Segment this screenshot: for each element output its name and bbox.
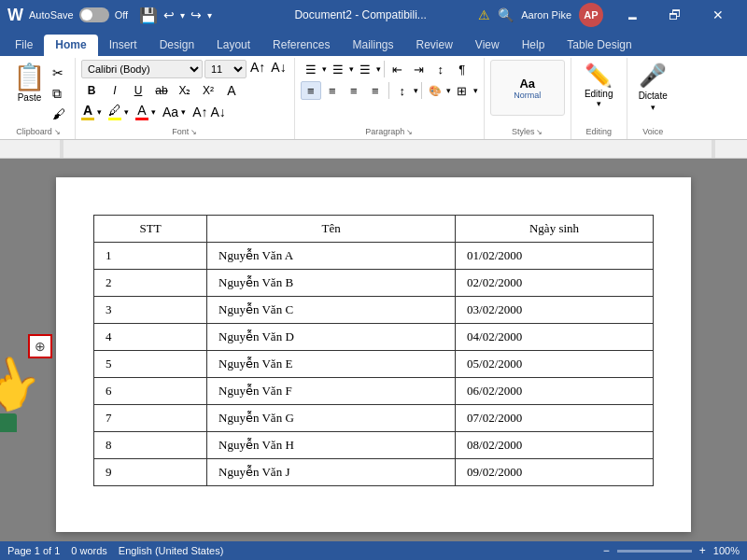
user-avatar[interactable]: AP	[579, 3, 603, 27]
minimize-button[interactable]: 🗕	[611, 0, 654, 30]
ribbon: 📋 Paste ✂ ⧉ 🖌 Clipboard ↘ Calibri (Body)	[0, 56, 747, 140]
customize-icon[interactable]: ▾	[207, 10, 212, 21]
zoom-slider[interactable]	[617, 550, 692, 553]
close-button[interactable]: ✕	[697, 0, 740, 30]
search-icon[interactable]: 🔍	[498, 7, 514, 22]
editing-label: Editing	[585, 89, 613, 99]
font-expand-icon[interactable]: ↘	[190, 128, 197, 136]
show-marks-button[interactable]: ¶	[452, 60, 472, 78]
tab-view[interactable]: View	[464, 35, 511, 56]
multilevel-button[interactable]: ☰	[355, 60, 375, 78]
tab-mailings[interactable]: Mailings	[341, 35, 404, 56]
borders-button[interactable]: ⊞	[452, 81, 472, 100]
tab-references[interactable]: References	[261, 35, 341, 56]
zoom-out-icon[interactable]: −	[603, 544, 610, 557]
paragraph-label: Paragraph ↘	[301, 127, 478, 139]
autosave-toggle[interactable]	[79, 7, 109, 22]
tab-help[interactable]: Help	[511, 35, 557, 56]
styles-gallery[interactable]: Aa Normal	[490, 60, 565, 116]
shading-button[interactable]: 🎨	[425, 81, 445, 100]
bold-button[interactable]: B	[81, 81, 102, 100]
editing-dropdown[interactable]: ▾	[597, 99, 601, 108]
undo-icon[interactable]: ↩	[163, 7, 175, 22]
font-color-dropdown[interactable]: ▾	[97, 107, 102, 117]
decrease-indent-button[interactable]: ⇤	[388, 60, 408, 78]
para-separator1	[384, 61, 385, 77]
page: STT Tên Ngày sinh 1 Nguyễn Văn A 01/02/2…	[56, 177, 691, 532]
line-spacing-button[interactable]: ↕	[392, 81, 413, 100]
multilevel-dropdown[interactable]: ▾	[376, 64, 381, 74]
numbering-button[interactable]: ☰	[328, 60, 348, 78]
ribbon-tabs: File Home Insert Design Layout Reference…	[0, 30, 747, 56]
tab-review[interactable]: Review	[404, 35, 463, 56]
increase-font2-button[interactable]: A↑	[192, 105, 207, 119]
font-name-select[interactable]: Calibri (Body)	[81, 60, 203, 78]
save-icon[interactable]: 💾	[139, 7, 158, 24]
bullets-dropdown[interactable]: ▾	[322, 64, 327, 74]
align-right-button[interactable]: ≡	[344, 81, 364, 100]
sort-button[interactable]: ↕	[430, 60, 451, 78]
font-color2-button[interactable]: A	[135, 103, 148, 120]
ribbon-group-clipboard: 📋 Paste ✂ ⧉ 🖌 Clipboard ↘	[4, 58, 76, 139]
font-size-select[interactable]: 11	[204, 60, 247, 78]
strikethrough-button[interactable]: ab	[151, 81, 172, 100]
paragraph-expand-icon[interactable]: ↘	[406, 128, 413, 136]
hand-icon-container: 👆	[0, 359, 42, 425]
editing-button[interactable]: ✏️ Editing ▾	[580, 60, 618, 111]
increase-font-button[interactable]: A↑	[248, 60, 267, 78]
table-row: 8 Nguyễn Văn H 08/02/2000	[94, 432, 654, 459]
shading-dropdown[interactable]: ▾	[446, 86, 451, 95]
text-case-button[interactable]: Aa	[162, 105, 178, 119]
table-header-row: STT Tên Ngày sinh	[94, 216, 654, 243]
tab-layout[interactable]: Layout	[205, 35, 261, 56]
styles-expand-icon[interactable]: ↘	[536, 128, 543, 136]
restore-button[interactable]: 🗗	[654, 0, 697, 30]
dictate-dropdown[interactable]: ▾	[651, 103, 655, 112]
clipboard-expand-icon[interactable]: ↘	[54, 128, 61, 136]
dictate-button[interactable]: 🎤 Dictate ▾	[634, 60, 672, 115]
page-count: Page 1 of 1	[7, 545, 60, 556]
align-left-button[interactable]: ≡	[301, 81, 321, 100]
cell-stt: 6	[94, 378, 207, 405]
increase-indent-button[interactable]: ⇥	[409, 60, 430, 78]
subscript-button[interactable]: X₂	[175, 81, 195, 100]
styles-content: Aa Normal	[490, 60, 565, 127]
tab-table-design[interactable]: Table Design	[556, 35, 642, 56]
font-color-button[interactable]: A	[81, 103, 94, 120]
numbering-dropdown[interactable]: ▾	[349, 64, 354, 74]
tab-design[interactable]: Design	[148, 35, 205, 56]
highlight-color-button[interactable]: 🖊	[108, 103, 121, 120]
header-ngaysinh: Ngày sinh	[456, 216, 654, 243]
decrease-font-button[interactable]: A↓	[269, 60, 288, 78]
copy-button[interactable]: ⧉	[50, 84, 67, 103]
format-painter-button[interactable]: 🖌	[50, 105, 67, 123]
bullets-button[interactable]: ☰	[301, 60, 321, 78]
move-cross-icon: ⊕	[35, 339, 46, 354]
tab-insert[interactable]: Insert	[98, 35, 148, 56]
cut-button[interactable]: ✂	[50, 63, 67, 82]
font-color2-dropdown[interactable]: ▾	[151, 107, 156, 117]
cell-ten: Nguyễn Văn A	[207, 243, 456, 270]
superscript-button[interactable]: X²	[198, 81, 218, 100]
highlight-dropdown[interactable]: ▾	[124, 107, 129, 117]
text-case-dropdown[interactable]: ▾	[181, 107, 186, 117]
cell-ngaysinh: 05/02/2000	[456, 351, 654, 378]
undo-dropdown-icon[interactable]: ▾	[180, 10, 185, 21]
font-label: Font ↘	[81, 127, 289, 139]
tab-home[interactable]: Home	[44, 35, 97, 56]
align-center-button[interactable]: ≡	[322, 81, 343, 100]
justify-button[interactable]: ≡	[365, 81, 386, 100]
paste-button[interactable]: 📋 Paste	[9, 60, 49, 105]
voice-label: Voice	[633, 127, 673, 139]
hand-pointing-icon: 👆	[0, 350, 49, 418]
ribbon-group-paragraph: ☰ ▾ ☰ ▾ ☰ ▾ ⇤ ⇥ ↕ ¶ ≡ ≡ ≡ ≡ ↕ ▾	[295, 58, 485, 139]
zoom-in-icon[interactable]: +	[699, 544, 706, 557]
decrease-font2-button[interactable]: A↓	[210, 105, 225, 119]
italic-button[interactable]: I	[105, 81, 125, 100]
line-spacing-dropdown[interactable]: ▾	[414, 86, 418, 95]
borders-dropdown[interactable]: ▾	[473, 86, 478, 95]
tab-file[interactable]: File	[4, 35, 44, 56]
redo-icon[interactable]: ↪	[190, 7, 202, 22]
underline-button[interactable]: U	[128, 81, 148, 100]
clear-format-button[interactable]: A	[221, 81, 242, 100]
